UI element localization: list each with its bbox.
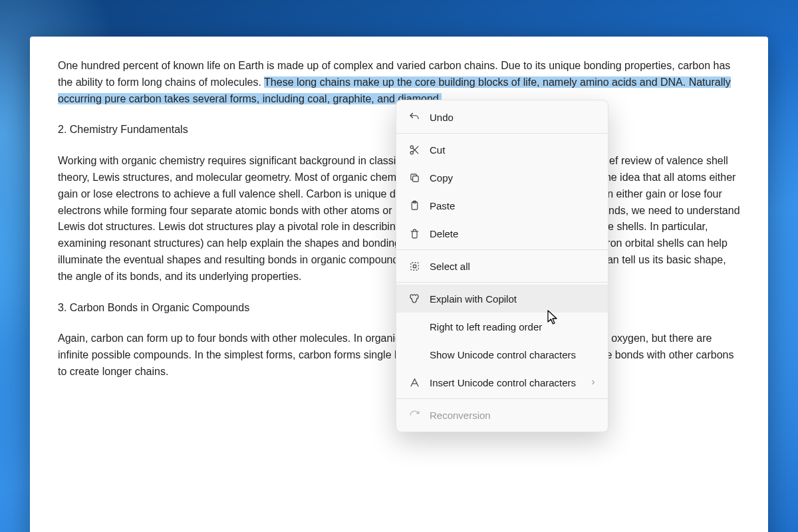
menu-insert-unicode-label: Insert Unicode control characters [430, 377, 589, 388]
menu-show-unicode-label: Show Unicode control characters [430, 349, 597, 360]
svg-point-1 [410, 151, 413, 154]
menu-cut[interactable]: Cut [396, 136, 608, 164]
menu-delete-label: Delete [430, 228, 597, 239]
menu-insert-unicode[interactable]: Insert Unicode control characters [396, 368, 608, 396]
menu-separator [396, 133, 608, 134]
menu-separator [396, 282, 608, 283]
reconversion-icon [406, 410, 423, 421]
menu-select-all-label: Select all [430, 261, 597, 272]
svg-point-0 [410, 146, 413, 148]
menu-separator [396, 398, 608, 399]
trash-icon [406, 228, 423, 239]
menu-undo-label: Undo [430, 112, 597, 123]
menu-undo[interactable]: Undo [396, 103, 608, 131]
menu-separator [396, 249, 608, 250]
insert-char-icon [406, 377, 423, 388]
menu-delete[interactable]: Delete [396, 219, 608, 247]
copilot-icon [406, 293, 423, 305]
clipboard-icon [406, 200, 423, 211]
select-all-icon [406, 261, 423, 272]
menu-reconversion-label: Reconversion [430, 410, 597, 421]
undo-icon [406, 111, 423, 123]
svg-rect-8 [413, 265, 416, 267]
menu-copy[interactable]: Copy [396, 164, 608, 192]
chevron-right-icon [589, 378, 597, 386]
copy-icon [406, 172, 423, 184]
menu-explain-copilot[interactable]: Explain with Copilot [396, 285, 608, 313]
menu-rtl-label: Right to left reading order [430, 321, 597, 332]
menu-reconversion: Reconversion [396, 401, 608, 429]
menu-show-unicode[interactable]: Show Unicode control characters [396, 340, 608, 368]
menu-copy-label: Copy [430, 172, 597, 184]
context-menu: Undo Cut Copy Paste Delete Select all [396, 100, 608, 432]
menu-paste[interactable]: Paste [396, 192, 608, 219]
menu-rtl[interactable]: Right to left reading order [396, 313, 608, 340]
svg-rect-4 [412, 176, 418, 182]
scissors-icon [406, 144, 423, 156]
menu-select-all[interactable]: Select all [396, 252, 608, 280]
menu-paste-label: Paste [430, 200, 597, 211]
menu-explain-copilot-label: Explain with Copilot [430, 293, 597, 305]
menu-cut-label: Cut [430, 144, 597, 156]
svg-rect-7 [410, 262, 418, 269]
